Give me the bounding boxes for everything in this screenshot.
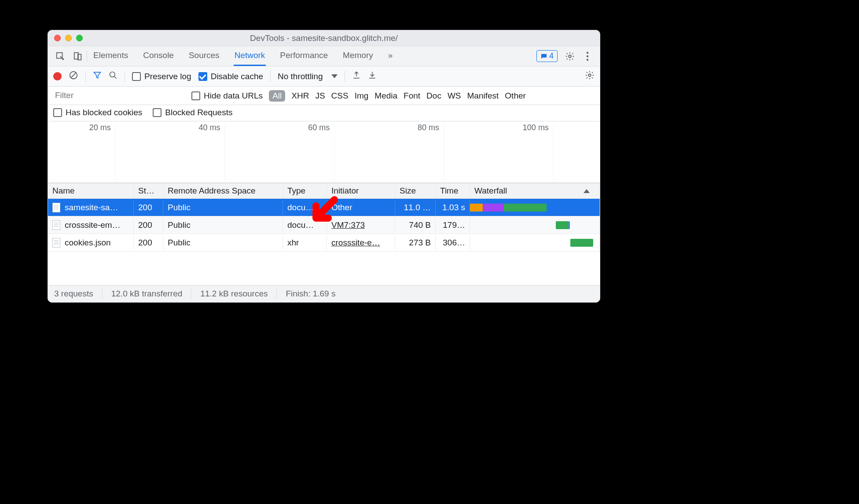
svg-point-6	[587, 58, 588, 60]
svg-line-8	[71, 73, 76, 78]
tab-sources[interactable]: Sources	[188, 46, 220, 66]
cell-status: 200	[134, 200, 163, 215]
cell-initiator[interactable]: crosssite-e…	[327, 235, 395, 250]
record-button[interactable]	[53, 72, 62, 80]
cell-status: 200	[134, 218, 163, 233]
cell-name: crosssite-em…	[48, 218, 134, 233]
cell-remote-address-space: Public	[163, 235, 283, 250]
filter-category-media[interactable]: Media	[374, 91, 397, 101]
status-bar: 3 requests 12.0 kB transferred 11.2 kB r…	[48, 285, 600, 302]
file-icon	[52, 203, 60, 212]
tab-network[interactable]: Network	[234, 46, 266, 66]
cell-size: 740 B	[395, 218, 436, 233]
clear-icon[interactable]	[69, 70, 78, 82]
cell-size: 273 B	[395, 235, 436, 250]
svg-line-10	[114, 77, 117, 79]
col-waterfall[interactable]: Waterfall	[470, 183, 600, 198]
tab-console[interactable]: Console	[142, 46, 175, 66]
hide-data-urls-checkbox[interactable]: Hide data URLs	[191, 91, 263, 101]
cell-waterfall	[470, 234, 600, 251]
footer-requests: 3 requests	[54, 289, 93, 299]
col-status[interactable]: St…	[134, 183, 163, 198]
empty-area	[48, 252, 600, 285]
filter-category-doc[interactable]: Doc	[426, 91, 441, 101]
annotation-arrow-icon	[307, 195, 342, 230]
tick: 100 ms	[444, 123, 554, 183]
filter-category-img[interactable]: Img	[355, 91, 369, 101]
throttling-dropdown[interactable]: No throttling	[278, 72, 338, 81]
timeline-overview[interactable]: 20 ms 40 ms 60 ms 80 ms 100 ms	[48, 121, 600, 183]
cell-remote-address-space: Public	[163, 200, 283, 215]
filter-input[interactable]	[53, 89, 185, 102]
tick: 20 ms	[48, 123, 116, 183]
more-menu-icon[interactable]	[580, 49, 595, 63]
filter-category-all[interactable]: All	[269, 90, 285, 102]
separator	[85, 71, 86, 82]
devtools-window: DevTools - samesite-sandbox.glitch.me/ E…	[48, 30, 600, 303]
cell-status: 200	[134, 235, 163, 250]
separator	[102, 289, 103, 299]
filter-category-manifest[interactable]: Manifest	[467, 91, 499, 101]
preserve-log-checkbox[interactable]: Preserve log	[132, 72, 191, 81]
svg-point-9	[110, 72, 115, 77]
panel-tabs: Elements Console Sources Network Perform…	[92, 46, 393, 66]
download-har-icon[interactable]	[368, 71, 377, 82]
file-icon	[52, 220, 60, 230]
tick: 80 ms	[334, 123, 444, 183]
footer-finish: Finish: 1.69 s	[286, 289, 335, 299]
search-icon[interactable]	[109, 71, 117, 82]
filter-category-font[interactable]: Font	[404, 91, 420, 101]
filter-row: Hide data URLs All XHR JS CSS Img Media …	[48, 87, 600, 105]
console-message-count[interactable]: 4	[536, 50, 558, 62]
separator	[125, 71, 125, 82]
separator	[270, 71, 271, 82]
has-blocked-cookies-checkbox[interactable]: Has blocked cookies	[53, 108, 142, 117]
network-settings-icon[interactable]	[585, 70, 595, 82]
upload-har-icon[interactable]	[352, 71, 361, 82]
filter-category-css[interactable]: CSS	[331, 91, 349, 101]
filter-category-xhr[interactable]: XHR	[291, 91, 309, 101]
col-remote-address-space[interactable]: Remote Address Space	[163, 183, 283, 198]
svg-point-3	[569, 55, 571, 58]
footer-resources: 11.2 kB resources	[200, 289, 268, 299]
tab-performance[interactable]: Performance	[279, 46, 329, 66]
window-title: DevTools - samesite-sandbox.glitch.me/	[48, 33, 600, 43]
preserve-log-label: Preserve log	[144, 72, 191, 81]
svg-point-11	[588, 74, 591, 77]
cell-name: samesite-sa…	[48, 200, 134, 215]
blocked-requests-input[interactable]	[153, 108, 162, 117]
cell-waterfall	[470, 199, 600, 216]
disable-cache-input[interactable]	[198, 72, 207, 81]
separator	[87, 51, 87, 62]
inspect-element-icon[interactable]	[53, 49, 67, 63]
network-toolbar: Preserve log Disable cache No throttling	[48, 66, 600, 87]
col-time[interactable]: Time	[436, 183, 470, 198]
col-name[interactable]: Name	[48, 183, 134, 198]
blocked-requests-checkbox[interactable]: Blocked Requests	[153, 108, 232, 117]
col-size[interactable]: Size	[395, 183, 436, 198]
filter-category-ws[interactable]: WS	[448, 91, 461, 101]
filter-category-other[interactable]: Other	[505, 91, 526, 101]
filter-category-js[interactable]: JS	[315, 91, 325, 101]
tab-memory[interactable]: Memory	[342, 46, 374, 66]
blocked-requests-label: Blocked Requests	[165, 108, 232, 117]
has-blocked-cookies-input[interactable]	[53, 108, 62, 117]
table-row[interactable]: cookies.json200Publicxhrcrosssite-e…273 …	[48, 234, 600, 252]
disable-cache-checkbox[interactable]: Disable cache	[198, 72, 263, 81]
settings-icon[interactable]	[563, 49, 577, 63]
svg-point-4	[587, 51, 588, 53]
svg-point-5	[587, 55, 588, 57]
hide-data-urls-label: Hide data URLs	[204, 91, 263, 101]
col-waterfall-label: Waterfall	[474, 186, 507, 196]
preserve-log-input[interactable]	[132, 72, 141, 81]
message-count-value: 4	[549, 51, 554, 61]
tab-more[interactable]: »	[387, 46, 394, 66]
footer-transferred: 12.0 kB transferred	[111, 289, 183, 299]
device-toolbar-icon[interactable]	[71, 49, 85, 63]
filter-icon[interactable]	[93, 71, 102, 82]
throttling-value: No throttling	[278, 72, 323, 81]
hide-data-urls-input[interactable]	[191, 91, 200, 100]
tick: 60 ms	[225, 123, 334, 183]
tab-elements[interactable]: Elements	[92, 46, 129, 66]
tick: 40 ms	[116, 123, 225, 183]
